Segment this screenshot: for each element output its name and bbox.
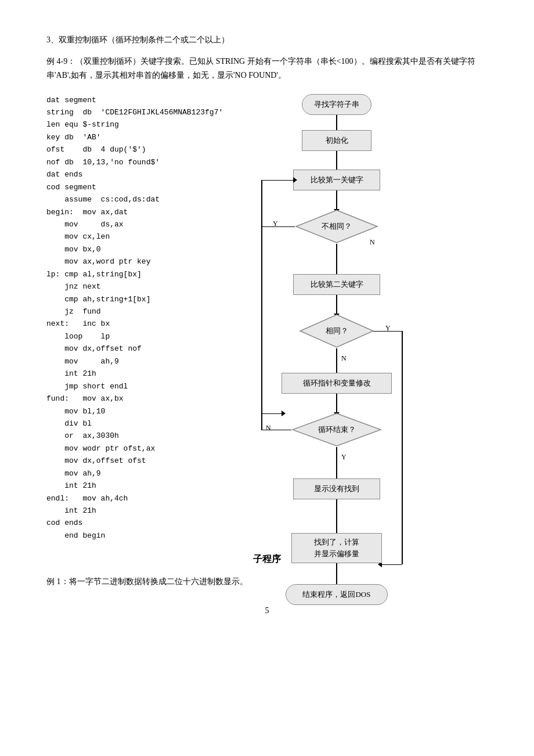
fc-node-diff: 不相同？: [295, 209, 378, 244]
fc-node-end: 结束程序，返回DOS: [286, 584, 388, 605]
arrow-cmp1-diff: [336, 190, 337, 209]
arrow-same-y-v: [402, 331, 403, 564]
fc-label-diff: 不相同？: [322, 221, 352, 232]
arrow-start-init: [336, 115, 337, 130]
arrow-modify-loopend: [336, 394, 337, 412]
subprogram-title: 子程序: [46, 553, 488, 566]
fc-label-loopend: 循环结束？: [318, 424, 356, 435]
arrow-cmp2-same: [336, 295, 337, 314]
fc-label-start: 寻找字符子串: [314, 99, 359, 110]
fc-node-cmp1: 比较第一关键字: [293, 170, 380, 190]
fc-node-start: 寻找字符子串: [302, 94, 371, 115]
fc-label-init: 初始化: [326, 135, 348, 146]
arrow-diff-y-h: [261, 226, 295, 228]
fc-label-same: 相同？: [326, 326, 348, 336]
fc-node-notfound: 显示没有找到: [293, 478, 380, 499]
fc-label-end: 结束程序，返回DOS: [302, 589, 370, 600]
fc-label-cmp2: 比较第二关键字: [311, 279, 363, 290]
arrow-loopend-n-h: [261, 430, 291, 431]
arrow-same-y-h: [373, 331, 402, 332]
fc-node-loopend: 循环结束？: [291, 412, 382, 447]
arrow-diff-cmp2-n: [336, 244, 337, 274]
arrow-loopend-n-v: [261, 180, 262, 430]
fc-label-modify: 循环指针和变量修改: [303, 378, 371, 388]
fc-label-n3: N: [266, 424, 271, 433]
fc-label-n1: N: [370, 238, 375, 247]
code-block: dat segment string db 'CDE12FGHIJKL456MN…: [46, 94, 244, 542]
arrow-init-cmp1: [336, 151, 337, 170]
fc-node-found: 找到了，计算并显示偏移量: [291, 533, 382, 563]
page-number: 5: [46, 606, 488, 615]
arrow-loopend-n-h2: [261, 180, 293, 181]
fc-label-notfound: 显示没有找到: [314, 484, 359, 494]
flowchart-area: 寻找字符子串 初始化 比较第一关键字 不相同？ Y: [255, 94, 488, 542]
arrow-found-end: [336, 563, 337, 584]
fc-node-same: 相同？: [299, 314, 374, 348]
fc-node-cmp2: 比较第二关键字: [293, 274, 380, 295]
arrow-diff-y-h2: [261, 413, 282, 415]
fc-label-n2: N: [341, 354, 347, 363]
arrow-same-modify: [336, 348, 337, 373]
fc-label-found: 找到了，计算并显示偏移量: [314, 537, 359, 559]
arrow-same-y-h2: [382, 564, 402, 566]
section-title: 3、双重控制循环（循环控制条件二个或二个以上）: [46, 35, 488, 45]
content-area: dat segment string db 'CDE12FGHIJKL456MN…: [46, 94, 488, 542]
fc-label-y3: Y: [341, 453, 347, 462]
fc-node-init: 初始化: [302, 130, 371, 151]
fc-node-modify: 循环指针和变量修改: [282, 373, 392, 394]
example2-text: 例 1：将一字节二进制数据转换成二位十六进制数显示。: [46, 575, 488, 589]
arrow-notfound-found: [336, 499, 337, 533]
example-text: 例 4-9：（双重控制循环）关键字搜索。已知从 STRING 开始有一个字符串（…: [46, 55, 488, 82]
fc-label-cmp1: 比较第一关键字: [311, 175, 363, 185]
arrow-loopend-notfound: [336, 447, 337, 478]
